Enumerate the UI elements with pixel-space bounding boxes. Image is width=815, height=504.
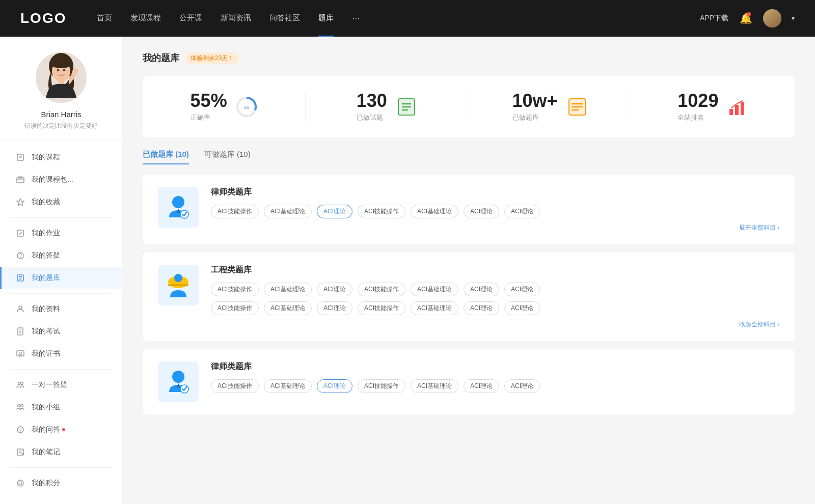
svg-rect-26 (17, 351, 24, 356)
sidebar-item-label: 我的课程包... (32, 175, 73, 184)
sidebar-divider (10, 467, 112, 468)
tag[interactable]: ACI理论 (504, 283, 540, 296)
sidebar-item-qbank[interactable]: 我的题库 (0, 267, 122, 289)
tag[interactable]: ACI理论 (464, 301, 499, 315)
engineer-svg (164, 271, 193, 299)
tag[interactable]: ACI理论 (464, 379, 499, 393)
chevron-down-icon[interactable]: ▾ (792, 15, 795, 22)
points-icon (15, 478, 25, 488)
sidebar-item-label: 我的题库 (32, 273, 60, 283)
rank-icon (726, 96, 749, 118)
question-icon: ? (15, 250, 25, 261)
tag[interactable]: ACI理论 (504, 301, 540, 315)
sidebar-item-questions[interactable]: ? 我的答疑 (0, 244, 122, 267)
notification-dot (747, 12, 751, 16)
sidebar-item-exam[interactable]: 我的考试 (0, 320, 122, 343)
tab-done-banks[interactable]: 已做题库 (10) (143, 150, 189, 164)
tag[interactable]: ACI技能操作 (358, 205, 405, 218)
sidebar-item-label: 我的证书 (32, 349, 60, 358)
tag[interactable]: ACI理论 (464, 283, 499, 296)
tag[interactable]: ACI技能操作 (211, 301, 259, 315)
tag[interactable]: ACI理论 (504, 205, 540, 218)
logo[interactable]: LOGO (20, 10, 66, 26)
app-download-button[interactable]: APP下载 (700, 14, 728, 23)
nav-right: APP下载 🔔 ▾ (700, 9, 795, 27)
sidebar-item-course-pack[interactable]: 我的课程包... (0, 169, 122, 191)
tag[interactable]: ACI基础理论 (411, 379, 458, 393)
nav-links: 首页 发现课程 公开课 新闻资讯 问答社区 题库 ··· (97, 13, 700, 24)
tag[interactable]: ACI基础理论 (264, 301, 312, 315)
tag[interactable]: ACI理论 (464, 205, 499, 218)
tag[interactable]: ACI基础理论 (264, 205, 312, 218)
profile-icon (15, 304, 25, 314)
expand-link-lawyer-1[interactable]: 展开全部科目 › (211, 223, 779, 232)
collapse-link-engineer[interactable]: 收起全部科目 › (211, 320, 779, 329)
svg-point-40 (19, 482, 22, 485)
qbank-title-lawyer-2: 律师类题库 (211, 361, 779, 372)
tag-active[interactable]: ACI理论 (317, 205, 352, 218)
page-layout: Brian Harris 错误的决定比没有决定要好 我的课程 我的课程包... (0, 37, 815, 504)
stat-value: 1029 (677, 92, 718, 110)
stat-accuracy: 55% 正确率 55 (143, 92, 306, 122)
svg-point-31 (21, 382, 23, 385)
svg-point-4 (50, 58, 72, 68)
done-banks-icon (566, 96, 588, 118)
svg-point-62 (174, 274, 182, 282)
tag[interactable]: ACI基础理论 (411, 301, 458, 315)
homework-icon (15, 228, 25, 238)
nav-discover[interactable]: 发现课程 (130, 13, 161, 24)
main-content: 我的题库 体验剩余23天！ 55% 正确率 55 (122, 37, 815, 504)
nav-news[interactable]: 新闻资讯 (221, 13, 251, 24)
svg-point-21 (19, 306, 22, 309)
qbank-body-engineer: 工程类题库 ACI技能操作 ACI基础理论 ACI理论 ACI技能操作 ACI基… (211, 265, 779, 329)
course-pack-icon (15, 175, 25, 185)
tag-active[interactable]: ACI理论 (317, 379, 352, 393)
certificate-icon (15, 349, 25, 359)
sidebar-item-my-qa[interactable]: ? 我的问答 (0, 418, 122, 441)
stat-text: 1029 全站排名 (677, 92, 718, 122)
tag[interactable]: ACI理论 (317, 301, 352, 315)
sidebar-item-notes[interactable]: 我的笔记 (0, 441, 122, 463)
stat-label: 已做试题 (357, 113, 387, 122)
sidebar-item-label: 我的作业 (32, 229, 60, 238)
tab-available-banks[interactable]: 可做题库 (10) (204, 150, 251, 164)
svg-text:?: ? (19, 253, 22, 259)
nav-more[interactable]: ··· (352, 13, 360, 24)
svg-text:?: ? (19, 428, 21, 433)
stat-label: 全站排名 (677, 113, 718, 122)
tag[interactable]: ACI理论 (317, 283, 352, 296)
sidebar-item-course[interactable]: 我的课程 (0, 146, 122, 169)
tag[interactable]: ACI基础理论 (264, 379, 312, 393)
tag[interactable]: ACI理论 (504, 379, 540, 393)
sidebar-item-favorites[interactable]: 我的收藏 (0, 191, 122, 213)
sidebar: Brian Harris 错误的决定比没有决定要好 我的课程 我的课程包... (0, 37, 122, 504)
sidebar-item-homework[interactable]: 我的作业 (0, 222, 122, 244)
nav-qa[interactable]: 问答社区 (269, 13, 300, 24)
stat-text: 55% 正确率 (191, 92, 227, 122)
nav-home[interactable]: 首页 (97, 13, 112, 24)
stat-label: 已做题库 (512, 113, 558, 122)
tag[interactable]: ACI技能操作 (211, 379, 259, 393)
tag[interactable]: ACI基础理论 (264, 283, 312, 296)
tag[interactable]: ACI基础理论 (411, 283, 458, 296)
page-title: 我的题库 (143, 52, 179, 64)
sidebar-item-certificate[interactable]: 我的证书 (0, 343, 122, 365)
nav-qbank[interactable]: 题库 (318, 13, 334, 24)
tags-row-lawyer-2: ACI技能操作 ACI基础理论 ACI理论 ACI技能操作 ACI基础理论 AC… (211, 379, 779, 393)
avatar[interactable] (763, 9, 781, 27)
svg-line-29 (21, 356, 22, 357)
svg-point-39 (17, 480, 23, 486)
tag[interactable]: ACI技能操作 (211, 205, 259, 218)
tag[interactable]: ACI技能操作 (358, 301, 405, 315)
tag[interactable]: ACI基础理论 (411, 205, 458, 218)
tag[interactable]: ACI技能操作 (358, 283, 405, 296)
sidebar-item-profile[interactable]: 我的资料 (0, 298, 122, 320)
sidebar-item-points[interactable]: 我的积分 (0, 472, 122, 494)
sidebar-item-tutor[interactable]: 一对一答疑 (0, 374, 122, 396)
notification-bell[interactable]: 🔔 (739, 11, 753, 25)
tag[interactable]: ACI技能操作 (211, 283, 259, 296)
tag[interactable]: ACI技能操作 (358, 379, 405, 393)
nav-open[interactable]: 公开课 (179, 13, 202, 24)
sidebar-item-label: 我的课程 (32, 153, 60, 162)
sidebar-item-group[interactable]: 我的小组 (0, 396, 122, 418)
